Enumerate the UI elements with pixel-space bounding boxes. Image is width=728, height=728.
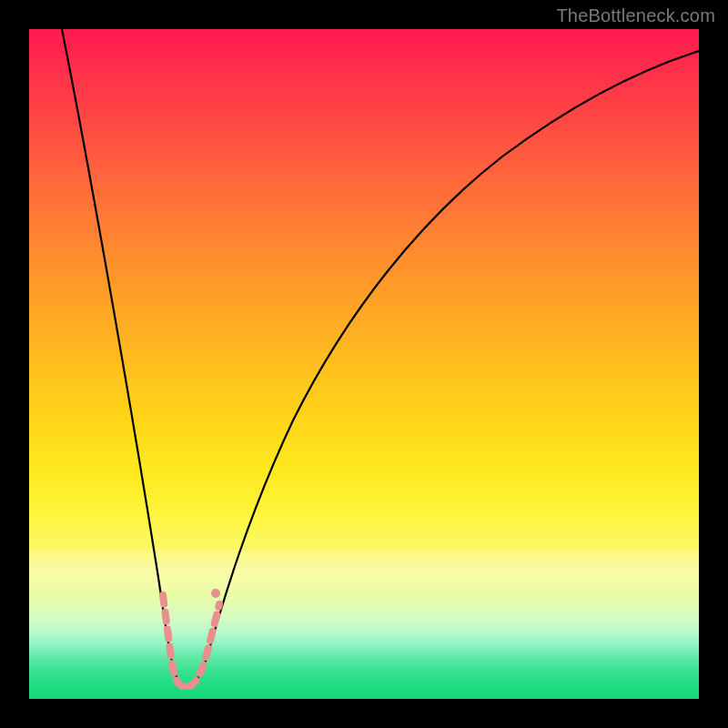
highlight-right: [189, 604, 219, 686]
curve-layer: [29, 29, 699, 699]
highlight-left: [163, 595, 184, 686]
chart-frame: TheBottleneck.com: [0, 0, 728, 728]
watermark-text: TheBottleneck.com: [556, 5, 715, 26]
bottleneck-curve: [62, 29, 699, 686]
highlight-dot: [211, 589, 220, 598]
plot-area: [29, 29, 699, 699]
